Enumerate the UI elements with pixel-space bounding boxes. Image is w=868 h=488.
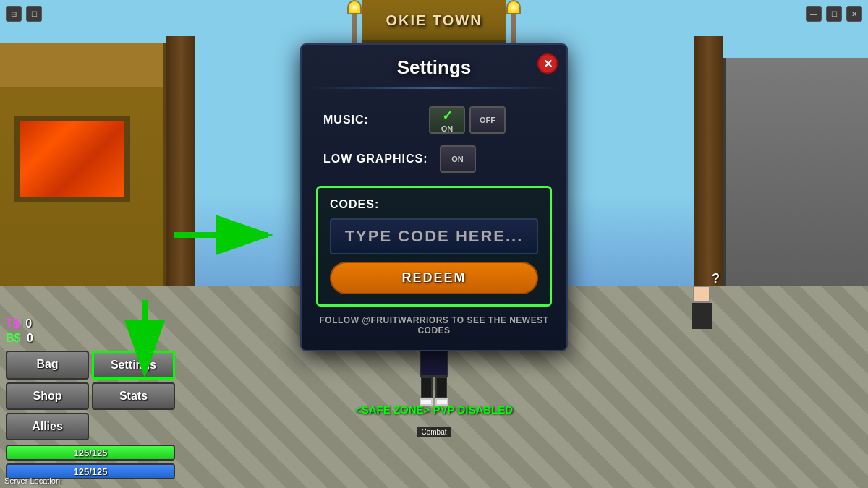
music-on-check: ✓ <box>442 108 453 124</box>
modal-title: Settings <box>397 56 472 78</box>
codes-section: CODES: REDEEM <box>316 186 552 307</box>
arrow-pointing-right <box>174 213 282 257</box>
music-on-button[interactable]: ✓ ON <box>429 106 465 134</box>
npc-character: ? <box>687 286 716 343</box>
music-off-label: OFF <box>480 116 495 124</box>
graphics-toggle-group: ON <box>440 145 476 173</box>
music-settings-row: MUSIC: ✓ ON OFF <box>302 100 566 140</box>
music-label: MUSIC: <box>323 114 417 127</box>
window-maximize[interactable]: ☐ <box>826 6 842 22</box>
building-right <box>723 58 868 318</box>
window-close[interactable]: ✕ <box>846 6 862 22</box>
graphics-label: LOW GRAPHICS: <box>323 153 428 166</box>
modal-divider <box>309 87 559 89</box>
modal-close-button[interactable]: ✕ <box>537 53 558 74</box>
npc-question-mark: ? <box>712 271 720 286</box>
allies-button[interactable]: Allies <box>6 413 89 440</box>
safe-zone-label: <SAFE ZONE> PVP DISABLED <box>355 403 513 416</box>
codes-label: CODES: <box>330 198 538 211</box>
graphics-on-label: ON <box>451 155 464 163</box>
health-bar: 125/125 <box>6 445 175 461</box>
sign-text: OKIE TOWN <box>386 12 482 29</box>
window-btn-1[interactable]: ⊟ <box>6 6 22 22</box>
health-bar-text: 125/125 <box>7 446 174 459</box>
music-on-label: ON <box>441 124 454 133</box>
building-left <box>0 43 166 318</box>
follow-text: FOLLOW @FRUITWARRIORS TO SEE THE NEWEST … <box>302 315 566 335</box>
music-toggle-group: ✓ ON OFF <box>429 106 506 134</box>
ts-label: T$ <box>6 317 20 330</box>
shop-button[interactable]: Shop <box>6 382 89 410</box>
codes-input[interactable] <box>330 218 538 254</box>
window-minimize[interactable]: — <box>806 6 822 22</box>
bs-sep: | <box>22 332 25 345</box>
redeem-button[interactable]: REDEEM <box>330 262 538 294</box>
arrow-pointing-down-settings <box>123 300 166 387</box>
ts-value: 0 <box>25 317 32 330</box>
ts-sep: | <box>21 317 24 330</box>
window-controls-right: — ☐ ✕ <box>806 6 862 22</box>
window-controls-left: ⊟ ☐ <box>6 6 42 22</box>
window-btn-2[interactable]: ☐ <box>26 6 42 22</box>
bag-button[interactable]: Bag <box>6 351 89 380</box>
music-off-button[interactable]: OFF <box>469 106 506 134</box>
graphics-on-button[interactable]: ON <box>440 145 476 173</box>
settings-modal: Settings ✕ MUSIC: ✓ ON OFF LOW GRAPHICS: <box>300 43 568 351</box>
modal-header: Settings ✕ <box>302 45 566 87</box>
bs-value: 0 <box>27 332 33 345</box>
bs-label: B$ <box>6 332 20 345</box>
building-window-left <box>14 116 130 202</box>
graphics-settings-row: LOW GRAPHICS: ON <box>302 140 566 179</box>
combat-indicator: Combat <box>417 427 451 437</box>
server-location: Server Location: <box>0 475 67 488</box>
sign-arch: OKIE TOWN <box>362 0 506 43</box>
